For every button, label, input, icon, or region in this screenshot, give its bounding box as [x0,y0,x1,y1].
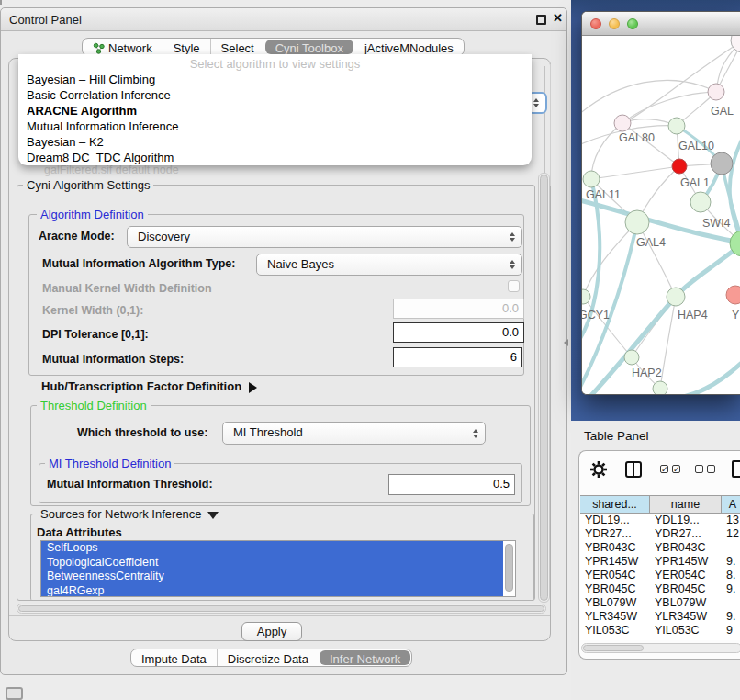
aracne-mode-label: Aracne Mode: [39,230,115,243]
table-cell: YIL053C [580,624,650,638]
sources-group-title: Sources for Network Inference [40,507,202,521]
table-row[interactable]: YDL19...YDL19...13 [580,514,740,527]
aracne-mode-combo[interactable]: Discovery [127,226,522,248]
column-header-partial[interactable]: A [722,496,740,513]
table-cell: YDR27... [650,527,722,541]
gear-icon[interactable] [589,459,609,480]
mi-threshold-group-title: MI Threshold Definition [45,457,174,470]
tab-jactivemnodules[interactable]: jActiveMNodules [354,39,464,55]
threshold-definition-group: Threshold Definition Which threshold to … [30,405,531,506]
attribute-item-selected[interactable]: TopologicalCoefficient [41,556,503,570]
network-node[interactable] [711,152,733,175]
network-node-gal11[interactable] [583,171,600,187]
node-label: GAL1 [680,176,710,189]
network-node-gal10[interactable] [668,118,685,134]
tab-network[interactable]: Network [83,39,163,55]
minimized-panel-icon[interactable] [6,687,23,700]
table-body[interactable]: YDL19...YDL19...13YDR27...YDR27...12YBR0… [580,514,740,640]
network-desktop-background: GALGAL80GAL10GAL1GAL11SWI4GAL4GCY1HAP4YH… [571,0,740,421]
tab-label: Infer Network [330,652,400,666]
mi-type-combo[interactable]: Naive Bayes [256,254,522,276]
tab-style[interactable]: Style [163,39,210,55]
settings-horizontal-scrollbar[interactable] [17,604,546,614]
tab-discretize-data[interactable]: Discretize Data [217,649,319,666]
table-row[interactable]: YBR045CYBR045C9. [580,582,740,596]
algorithm-option[interactable]: Mutual Information Inference [18,119,532,134]
split-columns-icon[interactable] [625,461,642,478]
mi-steps-input[interactable]: 6 [393,347,522,367]
table-panel: ✓ ✓ shared... name A YDL19...YDL19...13Y… [578,450,740,660]
checked-box-icon[interactable]: ✓ [660,465,668,473]
hub-definition-label: Hub/Transcription Factor Definition [41,379,241,393]
data-attributes-list[interactable]: SelfLoopsTopologicalCoefficientBetweenne… [40,540,516,597]
unchecked-box-icon[interactable] [707,465,715,473]
attribute-item-selected[interactable]: SelfLoops [41,541,503,556]
table-row[interactable]: YLR345WYLR345W9. [580,610,740,624]
network-node-gal4[interactable] [625,210,649,234]
algorithm-option[interactable]: ARACNE Algorithm [18,103,532,119]
node-label: GAL80 [619,131,655,144]
network-node-hap2[interactable] [624,350,639,365]
manual-kernel-checkbox[interactable] [508,280,520,292]
network-node[interactable] [731,36,740,52]
table-row[interactable]: YDR27...YDR27...12 [580,527,740,541]
network-node[interactable] [653,381,667,395]
table-row[interactable]: YBL079WYBL079W [580,596,740,610]
network-node-gal[interactable] [708,84,724,100]
mi-threshold-input[interactable]: 0.5 [388,474,515,495]
attribute-item-selected[interactable]: BetweennessCentrality [41,570,503,584]
dpi-tolerance-input[interactable]: 0.0 [393,322,524,343]
settings-vertical-scrollbar[interactable] [538,173,550,603]
attribute-item-selected[interactable]: gal4RGexp [41,584,503,598]
spinner-arrows-icon [473,429,478,438]
cyni-toolbox-content: Inference Algorithm galFiltered.sif defa… [8,58,551,641]
column-header-shared-name[interactable]: shared... [580,496,650,513]
network-node-hap4[interactable] [667,288,685,306]
algorithm-option[interactable]: Basic Correlation Inference [18,87,532,103]
checked-box-icon[interactable]: ✓ [672,465,680,473]
tab-infer-network[interactable]: Infer Network [320,650,410,665]
network-node-swi4[interactable] [690,192,711,212]
table-horizontal-scrollbar[interactable] [581,643,740,653]
zoom-traffic-light-icon[interactable] [627,18,638,29]
document-icon[interactable] [732,460,740,478]
tab-cyni-toolbox[interactable]: Cyni Toolbox [265,40,353,54]
tab-impute-data[interactable]: Impute Data [131,649,217,666]
network-node-gal80[interactable] [614,115,631,131]
close-icon[interactable]: ✕ [553,11,563,25]
network-node-gcy1[interactable] [582,289,590,304]
network-node-gal1[interactable] [672,159,687,174]
which-threshold-value: MI Threshold [233,425,303,439]
table-row[interactable]: YPR145WYPR145W9. [580,555,740,569]
which-threshold-combo[interactable]: MI Threshold [222,422,486,445]
table-cell: YBR045C [650,582,722,596]
network-node-y[interactable] [726,286,740,304]
algorithm-option[interactable]: Dream8 DC_TDC Algorithm [18,150,532,165]
tab-select[interactable]: Select [210,39,264,55]
kernel-width-label: Kernel Width (0,1): [42,304,143,317]
algorithm-option[interactable]: Bayesian – K2 [18,134,532,150]
control-panel-title: Control Panel [9,13,82,27]
minimize-traffic-light-icon[interactable] [609,18,620,29]
close-traffic-light-icon[interactable] [590,18,601,29]
algorithm-option[interactable]: Bayesian – Hill Climbing [18,72,532,87]
column-header-name[interactable]: name [650,496,722,513]
table-row[interactable]: YBR043CYBR043C [580,541,740,555]
algorithm-options: Bayesian – Hill ClimbingBasic Correlatio… [18,72,532,165]
network-canvas[interactable]: GALGAL80GAL10GAL1GAL11SWI4GAL4GCY1HAP4YH… [582,36,740,395]
hub-definition-toggle[interactable]: Hub/Transcription Factor Definition [41,379,257,393]
kernel-width-input[interactable]: 0.0 [393,299,524,319]
tab-label: Impute Data [141,652,207,666]
tab-label: Network [108,41,152,55]
table-row[interactable]: YIL053CYIL053C9 [580,624,740,638]
table-row[interactable]: YER054CYER054C8. [580,569,740,582]
unchecked-box-icon[interactable] [695,465,703,473]
sources-group: Sources for Network Inference Data Attri… [30,514,534,601]
sources-group-toggle[interactable]: Sources for Network Inference [37,507,222,521]
expand-right-icon [249,382,257,393]
apply-button[interactable]: Apply [241,622,302,641]
application-root: Control Panel ✕ NetworkStyleSelectCyni T… [0,0,740,700]
panel-splitter-arrow[interactable] [564,339,568,346]
float-window-icon[interactable] [536,15,546,25]
attributes-scrollbar-thumb[interactable] [505,544,513,592]
